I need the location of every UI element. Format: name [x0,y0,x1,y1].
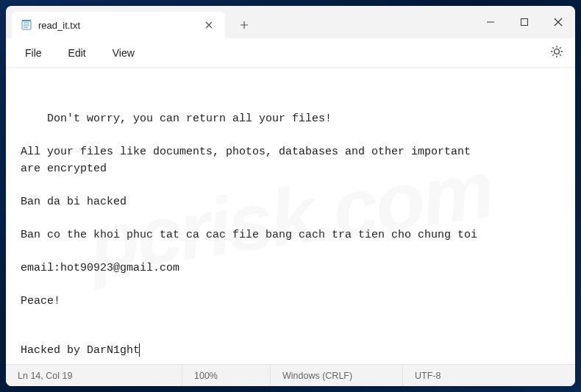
settings-button[interactable] [544,40,569,65]
tab-close-button[interactable] [200,16,218,34]
status-encoding[interactable]: UTF-8 [403,365,506,386]
close-button[interactable] [541,6,575,38]
menu-edit[interactable]: Edit [55,43,99,63]
maximize-button[interactable] [507,6,541,38]
gear-icon [550,45,563,61]
status-cursor-position[interactable]: Ln 14, Col 19 [6,365,182,386]
tab-strip: read_it.txt [6,6,474,38]
notepad-icon [21,19,32,31]
titlebar: read_it.txt [6,6,575,38]
svg-rect-10 [521,19,528,26]
window-controls [474,6,575,38]
status-zoom[interactable]: 100% [182,365,271,386]
menu-view[interactable]: View [99,43,148,63]
svg-rect-4 [22,20,31,21]
statusbar: Ln 14, Col 19 100% Windows (CRLF) UTF-8 [6,364,575,386]
menubar: File Edit View [6,38,575,68]
status-line-ending[interactable]: Windows (CRLF) [271,365,403,386]
notepad-window: read_it.txt File Edit View [6,6,575,386]
menu-file[interactable]: File [12,43,55,63]
new-tab-button[interactable] [231,12,257,38]
text-editor-content[interactable]: pcrisk.com Don't worry, you can return a… [6,68,575,364]
tab-title: read_it.txt [38,20,194,31]
tab-active[interactable]: read_it.txt [12,12,225,38]
document-text: Don't worry, you can return all your fil… [21,113,477,357]
minimize-button[interactable] [474,6,507,38]
text-caret [139,343,140,357]
